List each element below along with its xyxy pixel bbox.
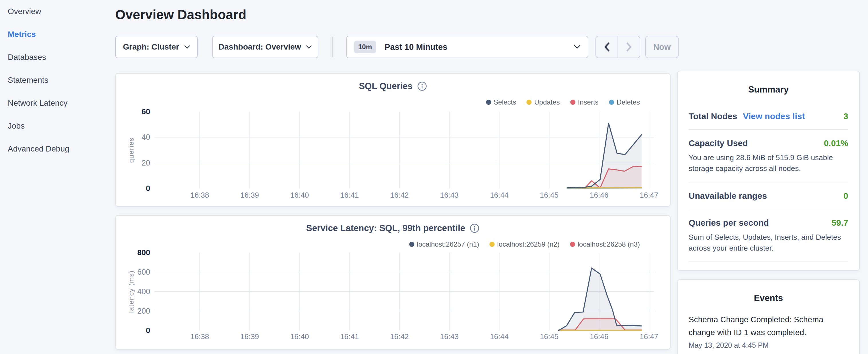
svg-text:16:47: 16:47 (640, 191, 658, 199)
event-text: Schema Change Completed: Schema change w… (689, 313, 848, 339)
svg-text:600: 600 (137, 268, 150, 277)
event-list-item[interactable]: Schema Change Completed: Schema change w… (689, 313, 848, 349)
dashboard-dropdown-label: Dashboard: Overview (219, 42, 301, 52)
sidebar-item-statements[interactable]: Statements (0, 69, 115, 92)
svg-text:16:39: 16:39 (241, 332, 259, 341)
summary-row-queries-per-second: Queries per second 59.7 Sum of Selects, … (689, 209, 848, 261)
svg-text:16:46: 16:46 (590, 332, 608, 341)
svg-text:16:41: 16:41 (340, 191, 359, 199)
service-latency-card: Service Latency: SQL, 99th percentile lo… (115, 215, 671, 350)
svg-text:16:39: 16:39 (241, 191, 259, 199)
previous-time-button[interactable] (596, 36, 618, 58)
view-nodes-list-link[interactable]: View nodes list (743, 111, 805, 121)
chevron-right-icon (625, 41, 633, 53)
graph-dropdown[interactable]: Graph: Cluster (115, 36, 198, 58)
svg-text:16:43: 16:43 (440, 191, 459, 199)
svg-text:16:43: 16:43 (440, 332, 459, 341)
svg-text:16:41: 16:41 (340, 332, 359, 341)
svg-text:16:47: 16:47 (640, 332, 658, 341)
chevron-down-icon (306, 45, 312, 49)
summary-row-value: 3 (843, 111, 848, 121)
sidebar-item-advanced-debug[interactable]: Advanced Debug (0, 137, 115, 160)
summary-panel: Summary Total Nodes View nodes list 3 Ca… (677, 71, 860, 271)
summary-row-label: Total Nodes (689, 111, 737, 121)
summary-row-label: Unavailable ranges (689, 191, 767, 201)
svg-text:16:44: 16:44 (490, 332, 509, 341)
now-button[interactable]: Now (645, 36, 679, 58)
summary-row-label: Capacity Used (689, 138, 748, 148)
time-step-buttons (595, 36, 640, 58)
sidebar: Overview Metrics Databases Statements Ne… (0, 0, 115, 354)
sql-queries-card: SQL Queries Selects Updates Inserts Dele… (115, 73, 671, 207)
summary-row-total-nodes: Total Nodes View nodes list 3 (689, 103, 848, 129)
svg-text:16:45: 16:45 (540, 191, 559, 199)
svg-text:16:46: 16:46 (590, 191, 608, 199)
sidebar-item-jobs[interactable]: Jobs (0, 115, 115, 137)
summary-row-value: 59.7 (832, 218, 848, 228)
svg-text:60: 60 (142, 107, 150, 116)
svg-text:16:38: 16:38 (190, 332, 209, 341)
dashboard-dropdown[interactable]: Dashboard: Overview (212, 36, 318, 58)
sidebar-item-metrics[interactable]: Metrics (0, 23, 115, 46)
svg-text:400: 400 (137, 287, 150, 296)
sidebar-item-network-latency[interactable]: Network Latency (0, 92, 115, 115)
sidebar-item-databases[interactable]: Databases (0, 46, 115, 69)
time-range-selector[interactable]: 10m Past 10 Minutes (346, 36, 588, 58)
events-panel: Events Schema Change Completed: Schema c… (677, 279, 860, 354)
next-time-button[interactable] (618, 36, 640, 58)
svg-text:16:42: 16:42 (390, 191, 409, 199)
summary-row-capacity-used: Capacity Used 0.01% You are using 28.6 M… (689, 129, 848, 182)
svg-text:16:44: 16:44 (490, 191, 509, 199)
svg-text:queries: queries (127, 137, 135, 163)
svg-text:16:45: 16:45 (540, 332, 559, 341)
summary-row-value: 0.01% (824, 138, 848, 148)
event-date: May 13, 2020 at 4:45 PM (689, 341, 848, 349)
service-latency-chart[interactable]: 16:3816:3916:4016:4116:4216:4316:4416:45… (116, 216, 671, 350)
sidebar-item-overview[interactable]: Overview (0, 0, 115, 23)
time-range-label: Past 10 Minutes (384, 42, 447, 52)
svg-text:16:40: 16:40 (290, 191, 309, 199)
chevron-down-icon (574, 45, 580, 49)
chevron-down-icon (184, 45, 190, 49)
summary-row-label: Queries per second (689, 218, 769, 228)
svg-text:16:42: 16:42 (390, 332, 409, 341)
svg-text:0: 0 (146, 184, 150, 193)
chevron-left-icon (602, 41, 611, 53)
svg-text:800: 800 (137, 248, 150, 257)
sql-queries-chart[interactable]: 16:3816:3916:4016:4116:4216:4316:4416:45… (116, 74, 671, 207)
svg-text:200: 200 (137, 307, 150, 315)
summary-row-p99-latency: P99 latency 46.1 ms (689, 261, 848, 271)
svg-text:16:40: 16:40 (290, 332, 309, 341)
svg-text:0: 0 (146, 326, 150, 335)
events-title: Events (678, 293, 859, 303)
svg-text:40: 40 (142, 133, 150, 141)
summary-title: Summary (678, 85, 859, 95)
svg-text:20: 20 (142, 159, 150, 167)
svg-text:latency (ms): latency (ms) (127, 270, 135, 313)
summary-row-description: You are using 28.6 MiB of 515.9 GiB usab… (689, 152, 848, 174)
toolbar-divider (332, 36, 333, 58)
time-range-badge: 10m (354, 41, 376, 53)
graph-dropdown-label: Graph: Cluster (123, 42, 179, 52)
page-title: Overview Dashboard (115, 7, 246, 22)
summary-row-description: Sum of Selects, Updates, Inserts, and De… (689, 232, 848, 254)
summary-row-unavailable-ranges: Unavailable ranges 0 (689, 182, 848, 209)
svg-text:16:38: 16:38 (190, 191, 209, 199)
summary-row-value: 0 (843, 191, 848, 201)
